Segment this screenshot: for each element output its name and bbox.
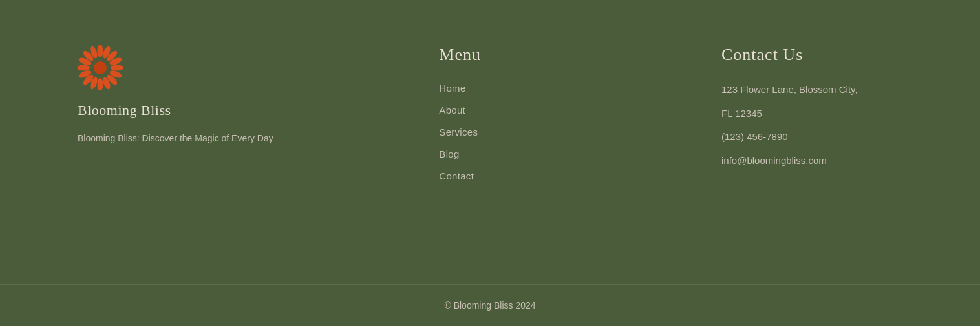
menu-item-home: Home	[439, 83, 478, 94]
svg-point-0	[98, 45, 103, 57]
svg-point-12	[78, 65, 90, 71]
footer-bottom: © Blooming Bliss 2024	[0, 284, 980, 326]
svg-point-4	[111, 65, 123, 71]
menu-item-contact: Contact	[439, 170, 478, 182]
brand-section: Blooming Bliss Blooming Bliss: Discover …	[78, 45, 273, 145]
menu-link-blog[interactable]: Blog	[439, 148, 459, 159]
menu-list: Home About Services Blog Contact	[439, 83, 478, 182]
menu-item-blog: Blog	[439, 148, 478, 160]
contact-section: Contact Us 123 Flower Lane, Blossom City…	[721, 45, 902, 168]
menu-link-contact[interactable]: Contact	[439, 170, 474, 181]
menu-heading: Menu	[439, 45, 481, 65]
menu-item-services: Services	[439, 127, 478, 138]
contact-heading: Contact Us	[721, 45, 803, 65]
contact-address-line2: FL 12345	[721, 107, 858, 121]
footer-main-content: Blooming Bliss Blooming Bliss: Discover …	[0, 0, 980, 284]
logo-icon	[78, 45, 123, 90]
footer: Blooming Bliss Blooming Bliss: Discover …	[0, 0, 980, 326]
contact-address-line1: 123 Flower Lane, Blossom City,	[721, 83, 858, 97]
menu-section: Menu Home About Services Blog Contact	[439, 45, 555, 182]
contact-info: 123 Flower Lane, Blossom City, FL 12345 …	[721, 83, 858, 168]
brand-name: Blooming Bliss	[78, 102, 171, 119]
contact-email: info@bloomingbliss.com	[721, 154, 858, 168]
brand-tagline: Blooming Bliss: Discover the Magic of Ev…	[78, 132, 273, 145]
menu-link-about[interactable]: About	[439, 105, 465, 116]
svg-point-16	[94, 61, 107, 74]
svg-point-8	[98, 78, 103, 90]
contact-phone: (123) 456-7890	[721, 130, 858, 145]
logo-container	[78, 45, 123, 90]
menu-item-about: About	[439, 105, 478, 116]
menu-link-home[interactable]: Home	[439, 83, 465, 94]
menu-link-services[interactable]: Services	[439, 127, 478, 138]
copyright-text: © Blooming Bliss 2024	[16, 300, 964, 311]
